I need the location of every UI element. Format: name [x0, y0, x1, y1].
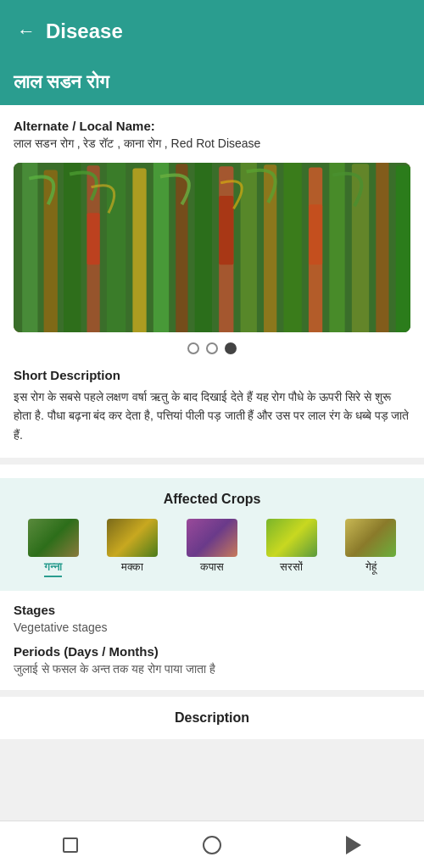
subtitle-bar: लाल सडन रोग — [0, 63, 424, 105]
crop-item-maize[interactable]: मक्का — [107, 519, 158, 574]
crop-image-maize — [107, 519, 158, 557]
crop-thumb-mustard — [266, 519, 317, 557]
svg-rect-20 — [219, 196, 233, 264]
triangle-icon — [346, 836, 361, 854]
crop-thumb-cotton — [187, 519, 237, 557]
svg-rect-19 — [86, 213, 99, 264]
crop-thumb-maize — [107, 519, 158, 557]
crop-image-mustard — [266, 519, 317, 557]
short-description-label: Short Description — [14, 368, 410, 382]
square-nav-button[interactable] — [55, 830, 86, 860]
back-button[interactable]: ← — [17, 20, 36, 42]
home-nav-button[interactable] — [197, 830, 227, 860]
crop-label-sugarcane: गन्ना — [44, 560, 62, 577]
crop-label-maize: मक्का — [121, 560, 143, 574]
crop-thumb-sugarcane — [28, 519, 79, 557]
stages-value: Vegetative stages — [14, 620, 410, 634]
svg-rect-5 — [107, 163, 126, 332]
dot-1[interactable] — [187, 342, 199, 354]
crop-label-cotton: कपास — [200, 560, 224, 574]
disease-name-heading: लाल सडन रोग — [14, 71, 410, 93]
app-header: ← Disease — [0, 0, 424, 63]
affected-crops-title: Affected Crops — [14, 492, 410, 507]
crop-image-sugarcane — [28, 519, 79, 557]
stages-periods-section: Stages Vegetative stages Periods (Days /… — [14, 591, 410, 676]
back-nav-button[interactable] — [338, 830, 369, 860]
crop-item-cotton[interactable]: कपास — [187, 519, 237, 574]
svg-rect-13 — [283, 163, 301, 332]
alternate-name-value: लाल सडन रोग , रेड रॉट , काना रोग , Red R… — [14, 136, 410, 151]
svg-rect-1 — [22, 163, 37, 332]
main-content: Alternate / Local Name: लाल सडन रोग , रे… — [0, 105, 424, 690]
bottom-navigation — [0, 821, 424, 868]
svg-rect-15 — [329, 163, 344, 332]
crop-label-wheat: गेहूं — [365, 560, 377, 574]
affected-crops-section: Affected Crops गन्ना मक्का — [0, 478, 424, 591]
disease-image — [14, 163, 410, 332]
crop-item-sugarcane[interactable]: गन्ना — [28, 519, 79, 577]
crop-item-mustard[interactable]: सरसों — [266, 519, 317, 574]
svg-rect-6 — [132, 168, 146, 332]
svg-rect-17 — [376, 163, 388, 332]
circle-icon — [203, 836, 221, 854]
svg-rect-7 — [153, 163, 169, 332]
dot-3[interactable] — [225, 342, 237, 354]
description-section: Description — [0, 697, 424, 739]
svg-rect-21 — [309, 204, 322, 264]
svg-rect-8 — [176, 164, 187, 332]
description-title: Description — [14, 710, 410, 726]
crop-image-cotton — [187, 519, 237, 557]
section-divider — [0, 458, 424, 465]
periods-value: जुलाई से फसल के अन्त तक यह रोग पाया जाता… — [14, 662, 410, 676]
page-title: Disease — [46, 19, 123, 43]
crop-thumb-wheat — [345, 519, 396, 557]
image-placeholder — [14, 163, 410, 332]
svg-rect-18 — [396, 165, 410, 332]
crop-item-wheat[interactable]: गेहूं — [345, 519, 396, 574]
disease-illustration — [14, 163, 410, 332]
alternate-name-label: Alternate / Local Name: — [14, 119, 410, 133]
crop-label-mustard: सरसों — [280, 560, 303, 574]
dot-2[interactable] — [206, 342, 218, 354]
svg-rect-3 — [64, 163, 81, 332]
square-icon — [63, 837, 78, 853]
stages-label: Stages — [14, 603, 410, 617]
periods-label: Periods (Days / Months) — [14, 644, 410, 659]
image-dots — [14, 342, 410, 354]
crop-image-wheat — [345, 519, 396, 557]
svg-rect-9 — [195, 163, 212, 332]
short-description-text: इस रोग के सबसे पहले लक्षण वर्षा ऋतु के ब… — [14, 387, 410, 444]
crops-row: गन्ना मक्का कपास सरसों — [14, 519, 410, 577]
